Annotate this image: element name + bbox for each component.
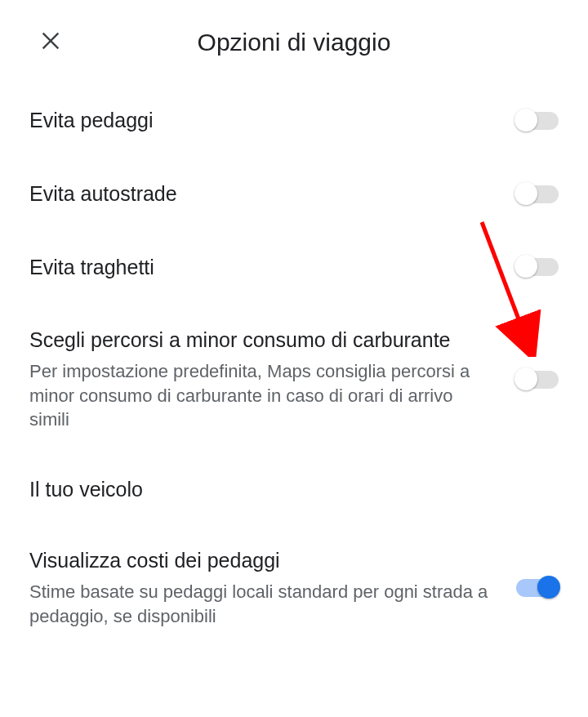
vehicle-section-header[interactable]: Il tuo veicolo bbox=[29, 455, 559, 524]
fuel-efficient-description: Per impostazione predefinita, Maps consi… bbox=[29, 359, 497, 432]
header: Opzioni di viaggio bbox=[0, 0, 588, 84]
toggle-thumb bbox=[514, 109, 537, 131]
toll-costs-toggle[interactable] bbox=[516, 578, 559, 598]
setting-text: Scegli percorsi a minor consumo di carbu… bbox=[29, 327, 497, 432]
avoid-highways-label: Evita autostrade bbox=[29, 180, 497, 208]
fuel-efficient-toggle[interactable] bbox=[516, 370, 559, 390]
toll-costs-label: Visualizza costi dei pedaggi bbox=[29, 547, 497, 575]
toggle-thumb bbox=[514, 367, 537, 390]
settings-content: Evita pedaggi Evita autostrade Evita tra… bbox=[0, 84, 588, 651]
setting-text: Visualizza costi dei pedaggi Stime basat… bbox=[29, 547, 497, 628]
toggle-thumb bbox=[537, 576, 560, 599]
setting-text: Evita traghetti bbox=[29, 254, 497, 282]
avoid-tolls-toggle[interactable] bbox=[516, 111, 559, 131]
toll-costs-row[interactable]: Visualizza costi dei pedaggi Stime basat… bbox=[29, 524, 559, 651]
avoid-tolls-label: Evita pedaggi bbox=[29, 107, 497, 135]
close-button[interactable] bbox=[33, 23, 69, 61]
setting-text: Evita pedaggi bbox=[29, 107, 497, 135]
toll-costs-description: Stime basate su pedaggi locali standard … bbox=[29, 580, 497, 628]
avoid-tolls-row[interactable]: Evita pedaggi bbox=[29, 84, 559, 158]
avoid-highways-toggle[interactable] bbox=[516, 185, 559, 204]
toggle-thumb bbox=[514, 182, 537, 205]
setting-text: Evita autostrade bbox=[29, 180, 497, 208]
avoid-ferries-label: Evita traghetti bbox=[29, 254, 497, 282]
close-icon bbox=[39, 29, 62, 52]
avoid-ferries-row[interactable]: Evita traghetti bbox=[29, 231, 559, 305]
avoid-ferries-toggle[interactable] bbox=[516, 257, 559, 277]
fuel-efficient-label: Scegli percorsi a minor consumo di carbu… bbox=[29, 327, 497, 354]
avoid-highways-row[interactable]: Evita autostrade bbox=[29, 158, 559, 231]
page-title: Opzioni di viaggio bbox=[198, 29, 391, 56]
fuel-efficient-row[interactable]: Scegli percorsi a minor consumo di carbu… bbox=[29, 304, 559, 455]
